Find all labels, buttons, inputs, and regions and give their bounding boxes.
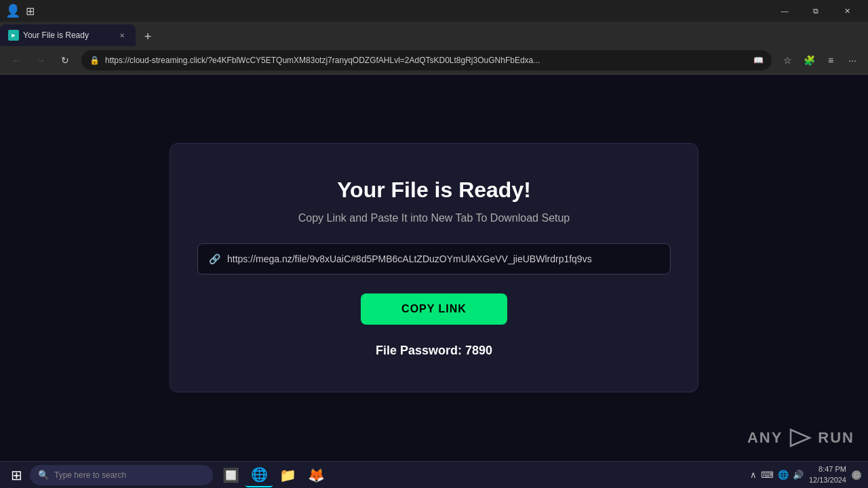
- collections-button[interactable]: ≡: [821, 50, 841, 70]
- refresh-button[interactable]: ↻: [54, 49, 76, 71]
- link-box: 🔗 https://mega.nz/file/9v8xUaiC#8d5PMB6c…: [197, 243, 671, 274]
- show-hidden-icon[interactable]: ∧: [750, 470, 757, 480]
- back-button[interactable]: ←: [5, 49, 27, 71]
- forward-button[interactable]: →: [30, 49, 52, 71]
- tab-close-button[interactable]: ✕: [117, 30, 127, 41]
- extensions-button[interactable]: 🧩: [799, 50, 819, 70]
- copy-link-button[interactable]: COPY LINK: [361, 293, 507, 325]
- volume-icon[interactable]: 🔊: [793, 470, 804, 480]
- profile-icon[interactable]: 👤: [5, 3, 20, 18]
- watermark-run-text: RUN: [818, 429, 854, 447]
- date-text: 12/13/2024: [809, 475, 846, 485]
- card-title: Your File is Ready!: [337, 178, 531, 203]
- search-icon: 🔍: [38, 470, 49, 480]
- tab-item[interactable]: ► Your File is Ready ✕: [0, 24, 136, 46]
- time-text: 8:47 PM: [818, 464, 846, 474]
- notification-button[interactable]: □: [852, 470, 861, 480]
- page-content: Your File is Ready! Copy Link and Paste …: [0, 75, 868, 461]
- watermark-anyrun-text: ANY: [747, 429, 783, 447]
- svg-marker-0: [791, 430, 810, 446]
- card-subtitle: Copy Link and Paste It into New Tab To D…: [298, 212, 570, 224]
- start-button[interactable]: ⊞: [4, 463, 28, 487]
- start-icon: ⊞: [11, 467, 22, 483]
- tab-manager-icon[interactable]: ⊞: [26, 5, 35, 18]
- read-icon: 📖: [753, 56, 764, 65]
- navbar: ← → ↻ 🔒 https://cloud-streaming.click/?e…: [0, 46, 868, 75]
- titlebar: 👤 ⊞ — ⧉ ✕: [0, 0, 868, 22]
- taskview-button[interactable]: 🔲: [217, 463, 244, 487]
- new-tab-button[interactable]: +: [138, 27, 157, 46]
- restore-button[interactable]: ⧉: [800, 0, 831, 22]
- tab-title: Your File is Ready: [23, 30, 113, 40]
- fileexplorer-taskbar-button[interactable]: 📁: [274, 463, 301, 487]
- taskbar: ⊞ 🔍 Type here to search 🔲 🌐 📁 🦊 ∧ ⌨ 🌐 🔊 …: [0, 461, 868, 488]
- anyrun-watermark: ANY RUN: [747, 426, 854, 450]
- password-text: File Password: 7890: [376, 344, 492, 358]
- minimize-button[interactable]: —: [769, 0, 800, 22]
- security-icon: 🔒: [90, 56, 100, 65]
- tabbar: ► Your File is Ready ✕ +: [0, 22, 868, 46]
- address-bar[interactable]: 🔒 https://cloud-streaming.click/?e4KFblW…: [81, 50, 772, 70]
- toolbar-icons: ☆ 🧩 ≡ ···: [777, 50, 863, 70]
- window-controls: — ⧉ ✕: [769, 0, 863, 22]
- taskbar-search[interactable]: 🔍 Type here to search: [30, 465, 213, 485]
- edge-taskbar-button[interactable]: 🌐: [245, 463, 273, 487]
- taskbar-apps: 🔲 🌐 📁 🦊: [217, 463, 330, 487]
- firefox-taskbar-button[interactable]: 🦊: [302, 463, 330, 487]
- system-tray: ∧ ⌨ 🌐 🔊: [750, 470, 804, 480]
- anyrun-logo: [788, 426, 812, 450]
- link-chain-icon: 🔗: [209, 253, 220, 264]
- clock[interactable]: 8:47 PM 12/13/2024: [809, 464, 846, 485]
- file-ready-card: Your File is Ready! Copy Link and Paste …: [170, 143, 698, 392]
- close-button[interactable]: ✕: [831, 0, 863, 22]
- taskbar-right: ∧ ⌨ 🌐 🔊 8:47 PM 12/13/2024 □: [750, 464, 864, 485]
- settings-button[interactable]: ···: [842, 50, 863, 70]
- tab-favicon: ►: [8, 30, 19, 41]
- search-placeholder-text: Type here to search: [54, 470, 126, 480]
- url-text: https://cloud-streaming.click/?e4KFblWcC…: [105, 56, 748, 65]
- keyboard-icon[interactable]: ⌨: [761, 470, 774, 480]
- network-icon[interactable]: 🌐: [778, 470, 789, 480]
- titlebar-left: 👤 ⊞: [5, 3, 35, 18]
- download-link: https://mega.nz/file/9v8xUaiC#8d5PMB6cAL…: [227, 253, 592, 264]
- bookmark-button[interactable]: ☆: [777, 50, 797, 70]
